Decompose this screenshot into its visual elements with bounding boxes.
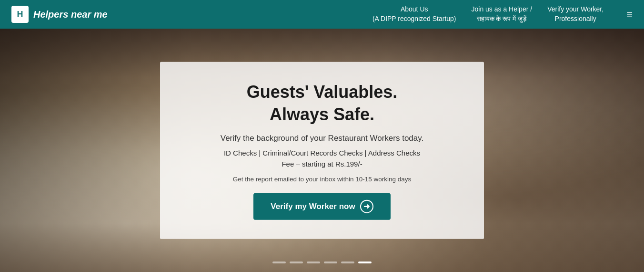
nav-about[interactable]: About Us (A DIPP recognized Startup) bbox=[372, 5, 456, 23]
dot-1[interactable] bbox=[272, 262, 286, 263]
hero-title: Guests' Valuables. Always Safe. bbox=[189, 81, 455, 126]
hamburger-icon[interactable]: ≡ bbox=[626, 8, 633, 21]
dot-4[interactable] bbox=[324, 262, 337, 263]
logo[interactable]: H Helpers near me bbox=[11, 6, 108, 23]
dot-2[interactable] bbox=[290, 262, 303, 263]
nav-join[interactable]: Join us as a Helper / सहायक के रूप में ज… bbox=[472, 5, 533, 23]
nav-links: About Us (A DIPP recognized Startup) Joi… bbox=[372, 5, 633, 23]
nav-verify-worker[interactable]: Verify your Worker, Professionally bbox=[547, 5, 604, 23]
dot-3[interactable] bbox=[307, 262, 320, 263]
verify-worker-button[interactable]: Verify my Worker now ➜ bbox=[253, 193, 390, 220]
hero-section: Guests' Valuables. Always Safe. Verify t… bbox=[0, 29, 644, 272]
hero-card: Guests' Valuables. Always Safe. Verify t… bbox=[160, 62, 484, 239]
cta-label: Verify my Worker now bbox=[271, 201, 355, 211]
logo-text: Helpers near me bbox=[33, 9, 108, 20]
dot-5[interactable] bbox=[341, 262, 354, 263]
dot-6-active[interactable] bbox=[358, 262, 372, 263]
hero-fee: Fee – starting at Rs.199/- bbox=[189, 159, 455, 167]
hero-features: ID Checks | Criminal/Court Records Check… bbox=[189, 148, 455, 157]
hero-info: Get the report emailed to your inbox wit… bbox=[189, 175, 455, 182]
hero-subtitle: Verify the background of your Restaurant… bbox=[189, 133, 455, 143]
slider-dots bbox=[272, 262, 372, 263]
cta-arrow-icon: ➜ bbox=[360, 199, 373, 213]
navbar: H Helpers near me About Us (A DIPP recog… bbox=[0, 0, 644, 29]
logo-icon: H bbox=[11, 6, 29, 23]
